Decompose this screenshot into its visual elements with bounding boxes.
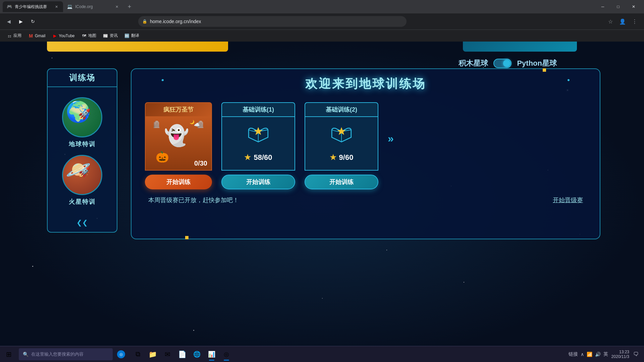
book-svg-2: [329, 125, 354, 145]
taskbar-right: 链接 ∧ 📶 🔊 英 13:23 2020/11/3 🗨: [562, 350, 644, 359]
maps-icon: 🗺: [82, 33, 87, 39]
halloween-start-button[interactable]: 开始训练: [145, 175, 212, 189]
tab-2[interactable]: 💻 ICode.org ✕: [63, 1, 123, 12]
files-icon: 📄: [178, 350, 186, 358]
minimize-button[interactable]: ─: [595, 0, 610, 13]
maximize-button[interactable]: □: [610, 0, 626, 13]
translate-icon: 🔤: [124, 33, 130, 39]
edge-icon: 🌐: [193, 351, 201, 358]
tombstone1: 🪦: [152, 120, 161, 128]
next-arrow[interactable]: »: [388, 132, 394, 145]
bookmark-apps[interactable]: ⚏ 应用: [4, 32, 24, 40]
right-planet-label: Python星球: [517, 58, 557, 68]
browser-chrome: 🎮 青少年编程挑战赛 ✕ 💻 ICode.org ✕ + ─ □ ✕ ◀ ▶ ↻…: [0, 0, 644, 42]
book-svg-1: [246, 125, 270, 145]
taskbar-cortana[interactable]: ◎: [114, 347, 128, 361]
keyboard-lang[interactable]: 英: [603, 351, 609, 358]
bookmark-youtube[interactable]: ▶ YouTube: [49, 32, 77, 40]
planet-toggle-switch[interactable]: [493, 59, 512, 68]
taskbar-mail[interactable]: ✉: [160, 347, 174, 361]
planet-toggle: 积木星球 Python星球: [459, 58, 557, 68]
cards-row: 疯狂万圣节 🪦 👻 🪦 🎃 ☁️ 🌙 0/30: [138, 102, 593, 189]
basic1-start-button[interactable]: 开始训练: [221, 175, 295, 189]
close-button[interactable]: ✕: [626, 0, 641, 13]
gmail-icon: M: [28, 33, 34, 39]
taskbar-files[interactable]: 📄: [175, 347, 189, 361]
url-text: home.icode.org.cn/index: [150, 19, 402, 24]
cloud: ☁️: [194, 122, 200, 127]
tray-arrow[interactable]: ∧: [580, 351, 585, 358]
bookmark-gmail-label: Gmail: [35, 34, 45, 38]
clock-time: 13:23: [619, 350, 629, 354]
sidebar-item-earth[interactable]: 🌍 🚀 地球特训: [62, 97, 102, 148]
tab-2-icon: 💻: [67, 4, 72, 9]
training-area: 欢迎来到地球训练场 疯狂万圣节 🪦 👻 🪦 🎃 ☁️ 🌙: [131, 68, 600, 239]
new-tab-button[interactable]: +: [125, 2, 134, 11]
tab-1[interactable]: 🎮 青少年编程挑战赛 ✕: [3, 1, 63, 12]
menu-icon[interactable]: ⋮: [629, 16, 640, 27]
bookmark-maps[interactable]: 🗺 地图: [79, 32, 99, 40]
taskbar-file-explorer[interactable]: 📁: [146, 347, 160, 361]
taskbar-clock[interactable]: 13:23 2020/11/3: [611, 350, 629, 359]
taskbar-search-text: 在这里输入您要搜索的内容: [31, 351, 84, 357]
notification-icon[interactable]: 🗨: [633, 351, 639, 357]
sidebar-arrow[interactable]: ❮❮: [76, 219, 88, 227]
profile-icon[interactable]: 👤: [617, 16, 628, 27]
rocket-emoji: 🚀: [78, 108, 91, 120]
tray-icons: 链接 ∧ 📶 🔊 英: [568, 351, 609, 358]
refresh-button[interactable]: ↻: [28, 17, 38, 26]
left-planet-label: 积木星球: [459, 58, 488, 68]
toolbar-icons: ☆ 👤 ⋮: [605, 16, 640, 27]
mars-planet-circle: 🪐 🚀: [62, 155, 102, 195]
tab-2-close[interactable]: ✕: [114, 4, 119, 9]
left-sidebar: 训练场 🌍 🚀 地球特训 🪐 🚀 火星特训 ❮❮: [47, 68, 117, 233]
basic2-star: ★: [330, 153, 336, 162]
youtube-icon: ▶: [52, 33, 57, 39]
basic1-score: ★ 58/60: [244, 153, 272, 162]
bookmark-gmail[interactable]: M Gmail: [25, 32, 48, 40]
earth-planet-circle: 🌍 🚀: [62, 97, 102, 137]
basic2-start-button[interactable]: 开始训练: [305, 175, 378, 189]
tab-2-title: ICode.org: [75, 4, 111, 9]
tab-1-close[interactable]: ✕: [54, 4, 59, 9]
forward-button[interactable]: ▶: [16, 17, 25, 26]
halloween-image: 🪦 👻 🪦 🎃 ☁️ 🌙 0/30: [145, 117, 212, 171]
basic2-body: ★ 9/60: [305, 117, 378, 171]
taskbar-search[interactable]: 🔍 在这里输入您要搜索的内容: [19, 348, 113, 360]
start-icon: ⊞: [6, 350, 12, 358]
upgrade-link[interactable]: 开始晋级赛: [553, 196, 583, 204]
pumpkin: 🎃: [156, 150, 169, 163]
window-controls: ─ □ ✕: [595, 0, 641, 13]
competition-text: 本周晋级赛已开放，赶快参加吧！: [148, 196, 239, 204]
toggle-knob: [503, 60, 511, 67]
back-button[interactable]: ◀: [4, 17, 13, 26]
sidebar-item-mars[interactable]: 🪐 🚀 火星特训: [62, 155, 102, 206]
network-label: 链接: [568, 351, 579, 358]
taskbar-task-view[interactable]: ⧉: [131, 347, 145, 361]
mail-icon: ✉: [165, 350, 170, 358]
basic2-book-icon: [329, 125, 354, 149]
chrome-icon: ◎: [224, 351, 229, 358]
file-explorer-icon: 📁: [149, 350, 157, 358]
mars-rocket-emoji: 🚀: [78, 167, 90, 178]
training-title: 欢迎来到地球训练场: [138, 76, 593, 92]
top-banner-right: [463, 42, 577, 52]
taskbar-apps: ⧉ 📁 ✉ 📄 🌐 📊 ◎: [131, 347, 233, 361]
bookmark-star-icon[interactable]: ☆: [605, 16, 616, 27]
basic2-card: 基础训练(2) ★ 9/60: [305, 102, 378, 189]
top-banner: [47, 42, 228, 52]
taskbar-ppt[interactable]: 📊: [205, 347, 219, 361]
basic1-book-icon: [246, 125, 270, 149]
news-icon: 📰: [103, 33, 108, 39]
cortana-icon: ◎: [117, 350, 125, 358]
start-button[interactable]: ⊞: [0, 346, 17, 362]
taskbar-edge[interactable]: 🌐: [190, 347, 204, 361]
taskbar-chrome[interactable]: ◎: [219, 347, 233, 361]
bookmark-news[interactable]: 📰 资讯: [100, 32, 120, 40]
apps-icon: ⚏: [7, 33, 12, 39]
volume-icon[interactable]: 🔊: [594, 351, 601, 358]
basic1-header: 基础训练(1): [221, 102, 295, 117]
url-bar[interactable]: 🔒 home.icode.org.cn/index: [138, 16, 407, 27]
bookmark-translate[interactable]: 🔤 翻译: [122, 32, 142, 40]
basic1-card: 基础训练(1) ★ 58/60: [221, 102, 295, 189]
